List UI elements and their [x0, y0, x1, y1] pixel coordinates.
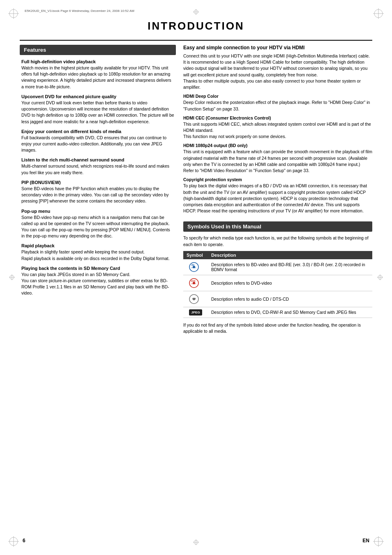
hdmi-sub-title-4: Copyright protection system: [183, 177, 372, 182]
symbol-cell-jpeg: JPEG: [183, 307, 208, 318]
feature-title-7: Rapid playback: [21, 243, 174, 248]
symbol-cell-cd: CD: [183, 291, 208, 307]
features-section-title: Features: [20, 45, 176, 55]
hdmi-sub-text-3: This unit is equipped with a feature whi…: [183, 149, 372, 174]
symbols-intro: To specify for which media type each fun…: [183, 235, 372, 247]
symbols-section-title: Symbols Used in this Manual: [183, 221, 372, 232]
corner-mark-tr: [372, 7, 385, 20]
dvd-icon: DVD VIDEO: [187, 277, 205, 289]
table-row: CD Description refers to audio CD / DTS-…: [183, 291, 372, 307]
feature-text-5: Some BD-videos have the PIP function whi…: [21, 186, 174, 205]
cd-icon: CD: [187, 293, 205, 305]
symbols-section: Symbols Used in this Manual To specify f…: [183, 221, 372, 334]
svg-text:BD: BD: [191, 264, 195, 266]
page-number-right: EN: [362, 538, 369, 543]
left-column: Features Full high-definition video play…: [20, 45, 176, 334]
feature-text-7: Playback in slightly faster speed while …: [21, 249, 174, 261]
corner-mark-bl: [7, 535, 20, 548]
hdmi-sub-text-1: Deep Color reduces the posterization eff…: [183, 99, 372, 112]
symbols-table: Symbol Description BD: [183, 251, 372, 318]
symbol-cell-bd: BD VIDEO: [183, 259, 208, 275]
feature-title-8: Playing back the contents in SD Memory C…: [21, 266, 174, 271]
table-row: DVD VIDEO Description refers to DVD-vide…: [183, 275, 372, 291]
feature-title-3: Enjoy your content on different kinds of…: [21, 129, 174, 134]
symbol-desc-jpeg: Description refers to DVD, CD-RW/-R and …: [208, 307, 372, 318]
bd-icon: BD VIDEO: [187, 261, 205, 273]
description-col-header: Description: [208, 251, 372, 259]
symbol-cell-dvd: DVD VIDEO: [183, 275, 208, 291]
jpeg-badge: JPEG: [189, 309, 202, 315]
corner-mark-br: [372, 535, 385, 548]
svg-text:VIDEO: VIDEO: [191, 283, 196, 285]
hdmi-sub-text-4: To play back the digital video images of…: [183, 183, 372, 214]
feature-title-4: Listen to the rich multi-channel surroun…: [21, 157, 174, 162]
hdmi-section-title: Easy and simple connection to your HDTV …: [183, 45, 372, 51]
symbol-col-header: Symbol: [183, 251, 208, 259]
corner-mark-tl: [7, 7, 20, 20]
hdmi-sub-title-3: HDMI 1080p24 output (BD only): [183, 143, 372, 148]
feature-title-2: Upconvert DVD for enhanced picture quali…: [21, 94, 174, 99]
hdmi-intro-text: Connect this unit to your HDTV with one …: [183, 53, 372, 90]
svg-text:VIDEO: VIDEO: [191, 267, 196, 269]
hdmi-sub-text-2: This unit supports HDMI CEC, which allow…: [183, 121, 372, 140]
feature-title-1: Full high-definition video playback: [21, 59, 174, 64]
symbol-desc-dvd: Description refers to DVD-video: [208, 275, 372, 291]
feature-text-2: Your current DVD will look even better t…: [21, 100, 174, 125]
symbols-footer: If you do not find any of the symbols li…: [183, 322, 372, 334]
crosshair-mid-right: [377, 274, 383, 281]
table-row: BD VIDEO Description refers to BD-video …: [183, 259, 372, 275]
crosshair-bottom: [193, 539, 199, 546]
svg-text:DVD: DVD: [191, 280, 196, 282]
feature-text-4: Multi-channel surround sound, which reco…: [21, 163, 174, 175]
hdmi-sub-title-2: HDMI CEC (Consumer Electronics Control): [183, 115, 372, 120]
feature-title-5: PIP (BONUSVIEW): [21, 180, 174, 185]
crosshair-top: [193, 9, 199, 16]
file-info: E5K20UD_EN_V3.book Page 6 Wednesday, Dec…: [25, 9, 134, 13]
feature-text-8: You can play back JPEGs stored in an SD …: [21, 272, 174, 297]
feature-text-1: Watch movies in the highest picture qual…: [21, 65, 174, 90]
content-area: Features Full high-definition video play…: [0, 45, 392, 334]
svg-text:CD: CD: [192, 297, 196, 300]
feature-text-3: Full backwards compatibility with DVD, C…: [21, 135, 174, 154]
title-divider: [20, 40, 372, 41]
page-title: INTRODUCTION: [0, 0, 392, 40]
page-number-left: 6: [23, 538, 25, 543]
table-row: JPEG Description refers to DVD, CD-RW/-R…: [183, 307, 372, 318]
feature-text-6: Some BD-video have pop-up menu which is …: [21, 214, 174, 240]
right-column: Easy and simple connection to your HDTV …: [183, 45, 372, 334]
features-content: Full high-definition video playback Watc…: [20, 59, 176, 297]
jpeg-icon: JPEG: [187, 309, 205, 315]
hdmi-sub-title-1: HDMI Deep Color: [183, 94, 372, 99]
symbol-desc-bd: Description refers to BD-video and BD-RE…: [208, 259, 372, 275]
symbol-desc-cd: Description refers to audio CD / DTS-CD: [208, 291, 372, 307]
feature-title-6: Pop-up menu: [21, 209, 174, 214]
crosshair-mid-left: [9, 274, 15, 281]
